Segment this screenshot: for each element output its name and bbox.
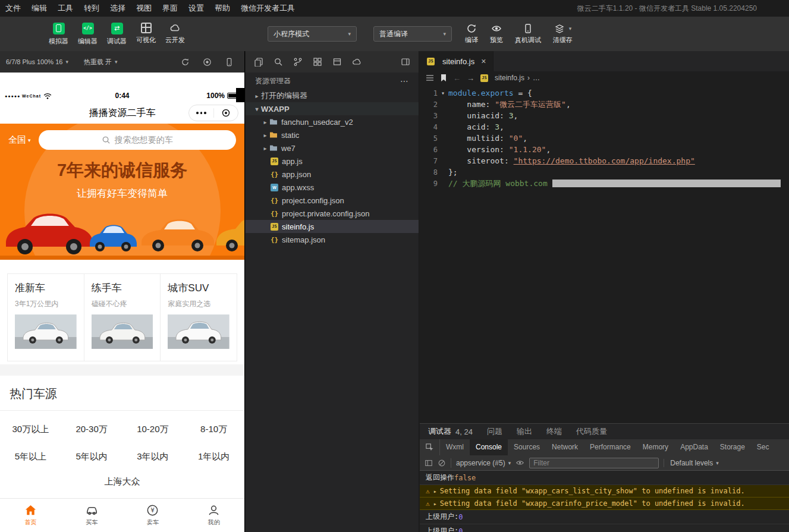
filter-age-5plus[interactable]: 5年以上 xyxy=(0,451,61,462)
expand-arrow-icon[interactable]: ▸ xyxy=(433,488,437,495)
tree-file-sitemap-json[interactable]: {} sitemap.json xyxy=(246,233,419,246)
console-sidebar-icon[interactable] xyxy=(425,459,433,467)
tree-file-siteinfo-js[interactable]: JS siteinfo.js xyxy=(246,220,419,233)
devtools-tab-wxml[interactable]: Wxml xyxy=(440,439,470,455)
tab-mine[interactable]: 我的 xyxy=(183,503,244,532)
simulator-button[interactable]: 模拟器 xyxy=(44,23,73,46)
filter-price-10-20[interactable]: 10-20万 xyxy=(122,424,184,435)
menu-select[interactable]: 选择 xyxy=(105,3,131,14)
refresh-icon[interactable] xyxy=(181,58,190,67)
menu-view[interactable]: 视图 xyxy=(131,3,157,14)
menu-devtools[interactable]: 微信开发者工具 xyxy=(235,3,300,14)
filter-price-30plus[interactable]: 30万以上 xyxy=(0,424,61,435)
menu-goto[interactable]: 转到 xyxy=(78,3,105,14)
console-filter-input[interactable] xyxy=(529,458,659,468)
tab-sell-car[interactable]: ¥ 卖车 xyxy=(122,503,184,532)
location-dropdown[interactable]: 全国 ▾ xyxy=(8,134,31,146)
filter-age-1minus[interactable]: 1年以内 xyxy=(183,451,244,462)
files-icon[interactable] xyxy=(254,57,263,67)
devtools-tab-sources[interactable]: Sources xyxy=(508,439,546,455)
exit-target-button[interactable] xyxy=(214,105,238,121)
device-debug-button[interactable]: 真机调试 xyxy=(515,23,541,45)
mode-select[interactable]: 小程序模式 ▾ xyxy=(268,26,357,42)
tab-output[interactable]: 输出 xyxy=(517,426,532,437)
menu-edit[interactable]: 编辑 xyxy=(26,3,52,14)
devtools-tab-storage[interactable]: Storage xyxy=(714,439,751,455)
eye-icon[interactable] xyxy=(515,459,524,467)
tab-siteinfo-js[interactable]: JS siteinfo.js × xyxy=(420,51,493,71)
tab-problems[interactable]: 问题 xyxy=(487,426,502,437)
devtools-tab-performance[interactable]: Performance xyxy=(584,439,637,455)
preview-button[interactable]: 预览 xyxy=(490,23,503,45)
git-branch-icon[interactable] xyxy=(293,57,303,67)
card-practice-car[interactable]: 练手车 磕碰不心疼 xyxy=(84,273,161,361)
tree-open-editors[interactable]: ▸ 打开的编辑器 xyxy=(246,89,419,102)
location-value: 全国 xyxy=(8,134,26,146)
npm-package-icon[interactable] xyxy=(332,57,342,67)
back-arrow-icon[interactable]: ← xyxy=(453,74,461,83)
cloud-dev-button[interactable]: 云开发 xyxy=(161,23,190,46)
log-levels-dropdown[interactable]: Default levels ▾ xyxy=(664,459,719,467)
visualize-button[interactable]: 可视化 xyxy=(131,23,161,46)
filter-age-3minus[interactable]: 3年以内 xyxy=(122,451,184,462)
filter-price-8-10[interactable]: 8-10万 xyxy=(183,424,244,435)
context-dropdown[interactable]: appservice (#5) ▾ xyxy=(456,459,511,467)
tab-terminal[interactable]: 终端 xyxy=(546,426,562,437)
tree-root-wxapp[interactable]: ▾ WXAPP xyxy=(246,102,419,115)
inspect-element-icon[interactable] xyxy=(420,439,440,455)
tree-folder-static[interactable]: ▸ static xyxy=(246,128,419,141)
devtools-tab-memory[interactable]: Memory xyxy=(637,439,674,455)
devtools-tab-console[interactable]: Console xyxy=(470,439,508,455)
tree-file-app-json[interactable]: {} app.json xyxy=(246,168,419,181)
menu-interface[interactable]: 界面 xyxy=(157,3,183,14)
filter-age-5minus[interactable]: 5年以内 xyxy=(61,451,122,462)
devtools-tab-appdata[interactable]: AppData xyxy=(674,439,714,455)
extensions-icon[interactable] xyxy=(313,57,322,67)
code-editor[interactable]: 1 ▾ module.exports = { 2 name: "微云二手车运营版… xyxy=(420,84,789,423)
list-icon[interactable] xyxy=(426,74,434,81)
tree-file-project-config-json[interactable]: {} project.config.json xyxy=(246,194,419,207)
tree-file-project-private-config-json[interactable]: {} project.private.config.json xyxy=(246,207,419,220)
tree-file-app-wxss[interactable]: W app.wxss xyxy=(246,181,419,194)
record-icon[interactable] xyxy=(203,58,212,67)
card-city-suv[interactable]: 城市SUV 家庭实用之选 xyxy=(160,273,237,361)
clear-console-icon[interactable] xyxy=(438,459,446,467)
breadcrumb-file[interactable]: JS siteinfo.js › … xyxy=(480,74,540,82)
compile-button[interactable]: 编译 xyxy=(465,23,478,45)
search-input[interactable]: 搜索您想要的车 xyxy=(39,130,236,150)
tab-code-quality[interactable]: 代码质量 xyxy=(576,426,607,437)
compile-mode-select[interactable]: 普通编译 ▾ xyxy=(373,26,452,42)
expand-arrow-icon[interactable]: ▸ xyxy=(433,500,437,507)
tree-folder-fanchun-usedcar-v2[interactable]: ▸ fanchun_usedcar_v2 xyxy=(246,115,419,128)
search-icon[interactable] xyxy=(274,57,283,67)
menu-help[interactable]: 帮助 xyxy=(209,3,235,14)
cloud-icon[interactable] xyxy=(352,57,362,67)
more-actions-icon[interactable]: ⋯ xyxy=(400,76,409,86)
clear-cache-button[interactable]: ▾ 清缓存 xyxy=(553,23,573,45)
hot-reload-toggle[interactable]: 热重载 开 ▾ xyxy=(84,58,118,67)
devtools-tab-security[interactable]: Sec xyxy=(751,439,775,455)
close-icon[interactable]: × xyxy=(481,56,486,66)
fold-down-icon[interactable]: ▾ xyxy=(438,90,448,96)
tab-debugger[interactable]: 调试器 xyxy=(428,426,451,437)
menu-settings[interactable]: 设置 xyxy=(183,3,209,14)
tab-buy-car[interactable]: 买车 xyxy=(61,503,122,532)
menu-file[interactable]: 文件 xyxy=(0,3,26,14)
devtools-tab-network[interactable]: Network xyxy=(546,439,584,455)
device-frame-icon[interactable] xyxy=(225,58,234,67)
more-button[interactable] xyxy=(189,105,213,121)
editor-button[interactable]: </> 编辑器 xyxy=(73,23,102,46)
filter-price-20-30[interactable]: 20-30万 xyxy=(61,424,122,435)
debugger-button[interactable]: ⇄ 调试器 xyxy=(102,23,131,46)
breadcrumb-more[interactable]: … xyxy=(533,74,540,82)
brand-link[interactable]: 上海大众 xyxy=(0,476,244,487)
device-select[interactable]: 6/7/8 Plus 100% 16 ▾ xyxy=(6,58,68,65)
menu-tools[interactable]: 工具 xyxy=(52,3,78,14)
forward-arrow-icon[interactable]: → xyxy=(467,74,474,83)
card-new-car[interactable]: 准新车 3年1万公里内 xyxy=(7,273,84,361)
layout-panel-icon[interactable] xyxy=(401,57,410,67)
bookmark-icon[interactable] xyxy=(440,74,447,82)
tree-folder-we7[interactable]: ▸ we7 xyxy=(246,141,419,155)
tab-home[interactable]: 首页 xyxy=(0,503,61,532)
tree-file-app-js[interactable]: JS app.js xyxy=(246,155,419,168)
